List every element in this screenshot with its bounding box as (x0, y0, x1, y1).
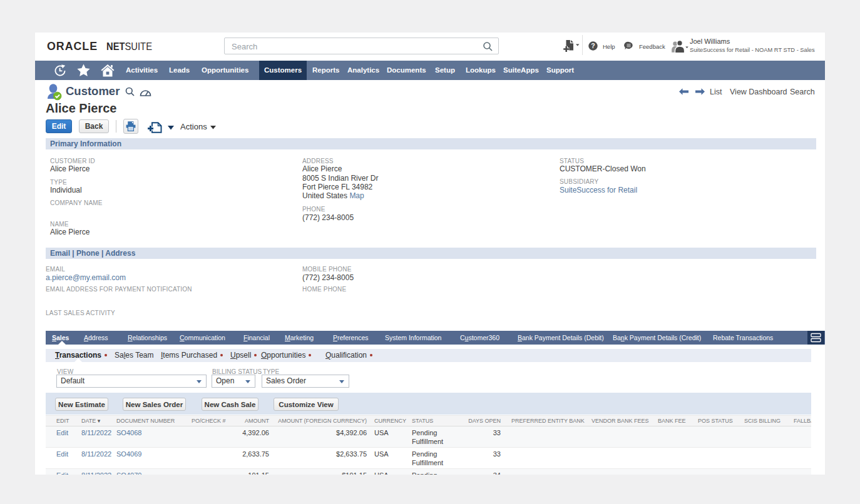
svg-text:ORACLE: ORACLE (47, 40, 98, 53)
svg-text:?: ? (591, 42, 595, 49)
svg-text:NETSUITE: NETSUITE (106, 41, 152, 52)
